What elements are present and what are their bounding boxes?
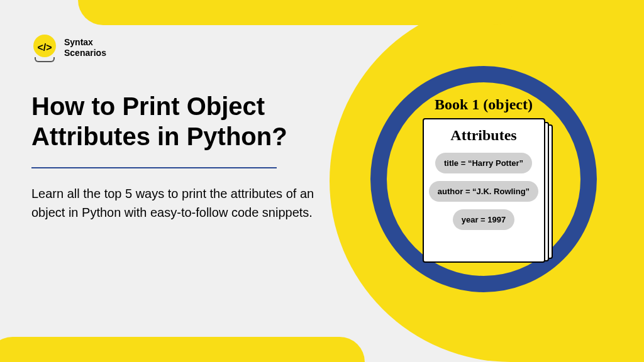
attribute-pill: title = “Harry Potter” — [435, 153, 532, 173]
code-glyph-icon: </> — [37, 42, 52, 53]
page-title: How to Print Object Attributes in Python… — [31, 91, 333, 151]
attribute-pill: year = 1997 — [453, 209, 514, 230]
bg-shape-bottom — [0, 337, 365, 362]
brand-name-line2: Scenarios — [64, 48, 106, 58]
book-pages-edge-2 — [549, 124, 553, 259]
bg-shape-top — [78, 0, 518, 25]
illustration-circle: Book 1 (object) Attributes title = “Harr… — [370, 66, 597, 292]
outer-ring: Book 1 (object) Attributes title = “Harr… — [370, 66, 597, 292]
logo-icon: </> — [31, 35, 58, 61]
brand-name: Syntax Scenarios — [64, 37, 106, 58]
brand-name-line1: Syntax — [64, 37, 106, 48]
attribute-pill: author = “J.K. Rowling” — [429, 181, 538, 202]
attributes-header: Attributes — [450, 127, 516, 144]
book-pages-edge — [545, 122, 549, 261]
brand-logo: </> Syntax Scenarios — [31, 35, 106, 61]
main-content: How to Print Object Attributes in Python… — [31, 91, 333, 222]
book-icon: Attributes title = “Harry Potter” author… — [423, 118, 545, 263]
object-label: Book 1 (object) — [435, 96, 533, 113]
description-text: Learn all the top 5 ways to print the at… — [31, 184, 333, 222]
title-divider — [31, 167, 277, 168]
